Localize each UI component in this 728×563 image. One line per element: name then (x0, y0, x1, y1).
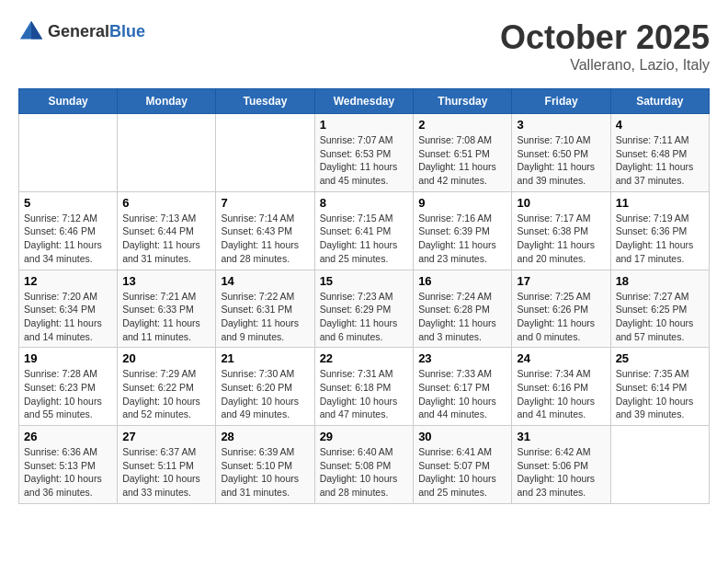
day-number: 17 (517, 274, 605, 288)
day-number: 10 (517, 196, 605, 210)
day-cell-2: 2Sunrise: 7:08 AM Sunset: 6:51 PM Daylig… (414, 114, 512, 192)
day-cell-10: 10Sunrise: 7:17 AM Sunset: 6:38 PM Dayli… (512, 191, 610, 270)
day-number: 13 (122, 274, 210, 288)
day-info: Sunrise: 7:28 AM Sunset: 6:23 PM Dayligh… (24, 367, 112, 421)
day-number: 18 (616, 274, 704, 288)
day-info: Sunrise: 7:11 AM Sunset: 6:48 PM Dayligh… (616, 133, 704, 188)
day-cell-27: 27Sunrise: 6:37 AM Sunset: 5:11 PM Dayli… (118, 426, 216, 504)
day-cell-1: 1Sunrise: 7:07 AM Sunset: 6:53 PM Daylig… (314, 114, 414, 192)
day-number: 16 (418, 274, 506, 288)
day-info: Sunrise: 6:40 AM Sunset: 5:08 PM Dayligh… (320, 445, 409, 500)
day-info: Sunrise: 7:13 AM Sunset: 6:44 PM Dayligh… (122, 212, 210, 266)
header-day-monday: Monday (118, 89, 216, 114)
day-info: Sunrise: 6:42 AM Sunset: 5:06 PM Dayligh… (517, 445, 605, 500)
calendar-header: SundayMondayTuesdayWednesdayThursdayFrid… (19, 89, 710, 114)
day-cell-23: 23Sunrise: 7:33 AM Sunset: 6:17 PM Dayli… (414, 348, 512, 426)
day-info: Sunrise: 7:23 AM Sunset: 6:29 PM Dayligh… (320, 290, 409, 344)
day-number: 22 (320, 351, 409, 365)
week-row-3: 12Sunrise: 7:20 AM Sunset: 6:34 PM Dayli… (19, 270, 710, 348)
week-row-2: 5Sunrise: 7:12 AM Sunset: 6:46 PM Daylig… (19, 191, 710, 270)
logo-text-blue: Blue (109, 22, 145, 40)
day-cell-3: 3Sunrise: 7:10 AM Sunset: 6:50 PM Daylig… (512, 114, 610, 192)
day-number: 20 (122, 351, 210, 365)
day-cell-9: 9Sunrise: 7:16 AM Sunset: 6:39 PM Daylig… (414, 191, 512, 270)
logo-text-general: General (48, 22, 109, 40)
day-number: 2 (418, 118, 506, 132)
day-number: 31 (517, 430, 605, 443)
empty-cell (216, 114, 314, 192)
day-cell-19: 19Sunrise: 7:28 AM Sunset: 6:23 PM Dayli… (19, 348, 118, 426)
day-number: 1 (320, 118, 409, 132)
day-number: 29 (320, 430, 409, 443)
header-day-friday: Friday (512, 89, 610, 114)
day-info: Sunrise: 7:33 AM Sunset: 6:17 PM Dayligh… (418, 367, 506, 421)
empty-cell (19, 114, 118, 192)
day-info: Sunrise: 7:19 AM Sunset: 6:36 PM Dayligh… (616, 212, 704, 266)
day-info: Sunrise: 7:15 AM Sunset: 6:41 PM Dayligh… (320, 212, 409, 266)
empty-cell (610, 426, 709, 504)
day-number: 26 (24, 430, 112, 443)
day-cell-20: 20Sunrise: 7:29 AM Sunset: 6:22 PM Dayli… (118, 348, 216, 426)
day-number: 4 (616, 118, 704, 132)
day-number: 24 (517, 351, 605, 365)
day-cell-11: 11Sunrise: 7:19 AM Sunset: 6:36 PM Dayli… (610, 191, 709, 270)
day-cell-30: 30Sunrise: 6:41 AM Sunset: 5:07 PM Dayli… (414, 426, 512, 504)
day-cell-16: 16Sunrise: 7:24 AM Sunset: 6:28 PM Dayli… (414, 270, 512, 348)
day-info: Sunrise: 7:29 AM Sunset: 6:22 PM Dayligh… (122, 367, 210, 421)
day-cell-24: 24Sunrise: 7:34 AM Sunset: 6:16 PM Dayli… (512, 348, 610, 426)
day-info: Sunrise: 7:31 AM Sunset: 6:18 PM Dayligh… (320, 367, 409, 421)
day-number: 19 (24, 351, 112, 365)
day-info: Sunrise: 6:37 AM Sunset: 5:11 PM Dayligh… (122, 445, 210, 500)
day-cell-18: 18Sunrise: 7:27 AM Sunset: 6:25 PM Dayli… (610, 270, 709, 348)
day-info: Sunrise: 7:10 AM Sunset: 6:50 PM Dayligh… (517, 133, 605, 188)
day-info: Sunrise: 7:27 AM Sunset: 6:25 PM Dayligh… (616, 290, 704, 344)
day-info: Sunrise: 7:14 AM Sunset: 6:43 PM Dayligh… (221, 212, 309, 266)
day-info: Sunrise: 7:24 AM Sunset: 6:28 PM Dayligh… (418, 290, 506, 344)
day-cell-6: 6Sunrise: 7:13 AM Sunset: 6:44 PM Daylig… (118, 191, 216, 270)
day-cell-13: 13Sunrise: 7:21 AM Sunset: 6:33 PM Dayli… (118, 270, 216, 348)
day-number: 23 (418, 351, 506, 365)
day-number: 11 (616, 196, 704, 210)
day-number: 3 (517, 118, 605, 132)
day-cell-8: 8Sunrise: 7:15 AM Sunset: 6:41 PM Daylig… (314, 191, 414, 270)
day-cell-26: 26Sunrise: 6:36 AM Sunset: 5:13 PM Dayli… (19, 426, 118, 504)
day-number: 25 (616, 351, 704, 365)
header-day-saturday: Saturday (610, 89, 709, 114)
day-info: Sunrise: 7:34 AM Sunset: 6:16 PM Dayligh… (517, 367, 605, 421)
day-number: 7 (221, 196, 309, 210)
page-header: GeneralBlue October 2025 Vallerano, Lazi… (18, 18, 710, 74)
day-cell-31: 31Sunrise: 6:42 AM Sunset: 5:06 PM Dayli… (512, 426, 610, 504)
day-number: 12 (24, 274, 112, 288)
day-info: Sunrise: 6:39 AM Sunset: 5:10 PM Dayligh… (221, 445, 309, 500)
day-cell-15: 15Sunrise: 7:23 AM Sunset: 6:29 PM Dayli… (314, 270, 414, 348)
logo-icon (18, 18, 44, 44)
day-number: 28 (221, 430, 309, 443)
week-row-5: 26Sunrise: 6:36 AM Sunset: 5:13 PM Dayli… (19, 426, 710, 504)
day-cell-17: 17Sunrise: 7:25 AM Sunset: 6:26 PM Dayli… (512, 270, 610, 348)
day-info: Sunrise: 7:35 AM Sunset: 6:14 PM Dayligh… (616, 367, 704, 421)
day-number: 8 (320, 196, 409, 210)
day-cell-14: 14Sunrise: 7:22 AM Sunset: 6:31 PM Dayli… (216, 270, 314, 348)
calendar-body: 1Sunrise: 7:07 AM Sunset: 6:53 PM Daylig… (19, 114, 710, 504)
logo: GeneralBlue (18, 18, 145, 44)
calendar-title: October 2025 (500, 18, 710, 57)
week-row-4: 19Sunrise: 7:28 AM Sunset: 6:23 PM Dayli… (19, 348, 710, 426)
day-number: 21 (221, 351, 309, 365)
header-day-wednesday: Wednesday (314, 89, 414, 114)
day-info: Sunrise: 7:30 AM Sunset: 6:20 PM Dayligh… (221, 367, 309, 421)
day-cell-4: 4Sunrise: 7:11 AM Sunset: 6:48 PM Daylig… (610, 114, 709, 192)
calendar-location: Vallerano, Lazio, Italy (500, 57, 710, 74)
day-info: Sunrise: 7:22 AM Sunset: 6:31 PM Dayligh… (221, 290, 309, 344)
day-cell-28: 28Sunrise: 6:39 AM Sunset: 5:10 PM Dayli… (216, 426, 314, 504)
day-info: Sunrise: 7:07 AM Sunset: 6:53 PM Dayligh… (320, 133, 409, 188)
day-info: Sunrise: 6:36 AM Sunset: 5:13 PM Dayligh… (24, 445, 112, 500)
day-info: Sunrise: 7:25 AM Sunset: 6:26 PM Dayligh… (517, 290, 605, 344)
day-info: Sunrise: 7:17 AM Sunset: 6:38 PM Dayligh… (517, 212, 605, 266)
day-number: 9 (418, 196, 506, 210)
day-cell-29: 29Sunrise: 6:40 AM Sunset: 5:08 PM Dayli… (314, 426, 414, 504)
day-cell-12: 12Sunrise: 7:20 AM Sunset: 6:34 PM Dayli… (19, 270, 118, 348)
day-cell-22: 22Sunrise: 7:31 AM Sunset: 6:18 PM Dayli… (314, 348, 414, 426)
day-info: Sunrise: 7:08 AM Sunset: 6:51 PM Dayligh… (418, 133, 506, 188)
day-cell-25: 25Sunrise: 7:35 AM Sunset: 6:14 PM Dayli… (610, 348, 709, 426)
header-row: SundayMondayTuesdayWednesdayThursdayFrid… (19, 89, 710, 114)
